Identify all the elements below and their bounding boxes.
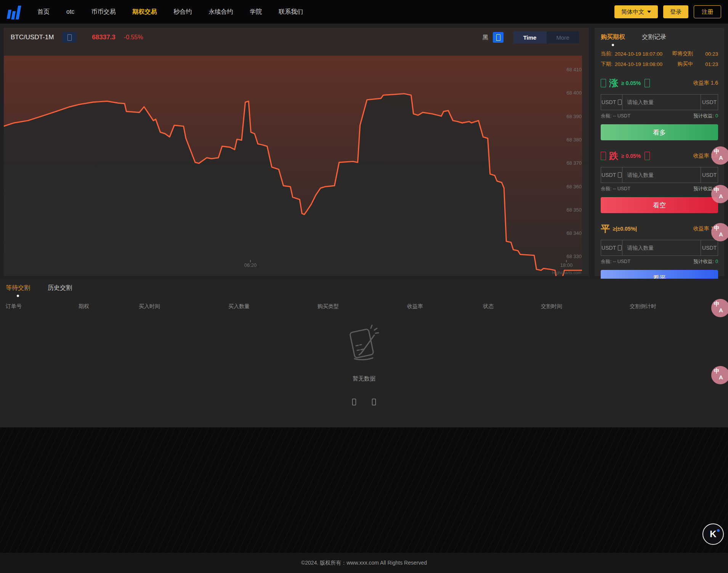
rise-condition: ≥ 0.05% xyxy=(621,80,641,86)
flat-amount-input[interactable] xyxy=(622,240,701,255)
flat-meta-row: 余额: -- USDT 预计收益:0 xyxy=(601,258,718,265)
translate-badge[interactable]: 中A xyxy=(711,185,728,203)
rise-title-text: 涨 xyxy=(609,77,618,89)
fall-meta-row: 余额: -- USDT 预计收益:0 xyxy=(601,186,718,192)
current-status: 即将交割 xyxy=(672,50,693,57)
y-axis-tick: 68 400 xyxy=(566,90,582,96)
tab-buy-options-label: 购买期权 xyxy=(601,34,625,40)
flat-currency-select[interactable]: USDT xyxy=(601,240,622,255)
current-countdown: 00:23 xyxy=(698,51,718,57)
profit-value: 0 xyxy=(715,113,718,119)
flat-section: 平 ≥|±0.05%| 收益率 1.6 USDT USDT 余额: -- USD… xyxy=(601,223,718,286)
empty-text: 暂无数据 xyxy=(0,375,728,382)
tab-pending-label: 等待交割 xyxy=(6,284,30,291)
fall-balance: 余额: -- USDT xyxy=(601,186,630,192)
chart-controls: 黑 Time More xyxy=(483,31,579,43)
fall-section: 跌 ≥ 0.05% 收益率 1.6 USDT USDT 余额: -- USDT … xyxy=(601,150,718,213)
x-axis-tick: 06:20 xyxy=(244,262,257,268)
rise-currency-select[interactable]: USDT xyxy=(601,95,622,110)
tab-delivery-records[interactable]: 交割记录 xyxy=(642,33,666,41)
next-status: 购买中 xyxy=(678,61,693,67)
nav-actions: 简体中文 登录 注册 xyxy=(614,5,721,18)
next-label: 下期: xyxy=(601,61,613,67)
col-delivery-time: 交割时间 xyxy=(541,303,562,310)
y-axis-tick: 68 350 xyxy=(566,207,582,213)
missing-glyph-icon xyxy=(645,79,650,87)
missing-glyph-icon xyxy=(601,79,606,87)
buy-fall-button[interactable]: 看空 xyxy=(601,197,718,213)
tab-pending-delivery[interactable]: 等待交割 xyxy=(6,284,30,292)
orders-tabs: 等待交割 历史交割 xyxy=(6,284,72,292)
missing-glyph-icon xyxy=(67,34,72,41)
tab-time[interactable]: Time xyxy=(513,31,546,43)
nav-item-perpetual[interactable]: 永续合约 xyxy=(208,8,233,16)
missing-glyph-icon xyxy=(601,152,606,160)
profit-label: 预计收益: xyxy=(694,113,714,119)
col-option: 期权 xyxy=(79,303,89,310)
rate-value: 1.6 xyxy=(711,80,718,86)
missing-glyph-icon xyxy=(618,172,622,178)
nav-item-options[interactable]: 期权交易 xyxy=(132,8,157,16)
language-button[interactable]: 简体中文 xyxy=(614,5,658,18)
top-nav: 首页 otc 币币交易 期权交易 秒合约 永续合约 学院 联系我们 简体中文 登… xyxy=(0,0,728,24)
pair-selector-button[interactable] xyxy=(62,32,77,43)
fall-condition: ≥ 0.05% xyxy=(621,153,641,159)
translate-badge[interactable]: 中A xyxy=(711,146,728,165)
trade-panel-tabs: 购买期权 交割记录 xyxy=(601,33,718,41)
missing-glyph-icon xyxy=(618,245,622,250)
col-status: 状态 xyxy=(483,303,494,310)
flat-title-text: 平 xyxy=(601,223,610,235)
nav-item-home[interactable]: 首页 xyxy=(37,8,50,16)
rate-label: 收益率 xyxy=(693,80,709,86)
y-axis-tick: 68 330 xyxy=(566,254,582,259)
chart-mode-segment: Time More xyxy=(513,31,579,43)
translate-badge[interactable]: 中A xyxy=(711,299,728,317)
login-button[interactable]: 登录 xyxy=(663,5,688,18)
rise-rate: 收益率 1.6 xyxy=(693,80,718,87)
register-button[interactable]: 注册 xyxy=(694,5,721,18)
fall-header: 跌 ≥ 0.05% 收益率 1.6 xyxy=(601,150,718,162)
currency-label: USDT xyxy=(601,245,616,251)
translate-badge[interactable]: 中A xyxy=(711,366,728,384)
buy-rise-button[interactable]: 看多 xyxy=(601,124,718,140)
tab-more[interactable]: More xyxy=(546,31,579,43)
chevron-down-icon xyxy=(647,11,651,13)
rise-currency-suffix: USDT xyxy=(701,95,718,110)
chat-k-icon: K xyxy=(710,529,716,539)
y-axis-tick: 68 370 xyxy=(566,160,582,166)
missing-glyph-icon xyxy=(372,399,376,405)
chart-panel: BTC/USDT-1M 68337.3 -0.55% 黑 Time More 6… xyxy=(4,28,589,276)
active-tab-dot xyxy=(612,44,614,46)
flat-input-row: USDT USDT xyxy=(601,240,718,256)
col-order-id: 订单号 xyxy=(6,303,22,310)
nav-item-academy[interactable]: 学院 xyxy=(250,8,262,16)
next-countdown: 01:23 xyxy=(698,61,718,67)
nav-item-seconds[interactable]: 秒合约 xyxy=(173,8,192,16)
current-label: 当前: xyxy=(601,50,613,57)
translate-badge[interactable]: 中A xyxy=(711,223,728,241)
theme-toggle-button[interactable] xyxy=(493,32,504,43)
empty-state: 暂无数据 xyxy=(0,321,728,382)
y-axis-tick: 68 390 xyxy=(566,114,582,119)
tab-buy-options[interactable]: 购买期权 xyxy=(601,33,625,41)
tab-history-delivery[interactable]: 历史交割 xyxy=(48,284,72,292)
no-data-icon xyxy=(339,321,389,368)
fall-amount-input[interactable] xyxy=(622,167,701,183)
nav-item-otc[interactable]: otc xyxy=(66,8,74,15)
chat-widget-button[interactable]: K xyxy=(702,523,724,545)
rise-amount-input[interactable] xyxy=(622,95,701,110)
rate-label: 收益率 xyxy=(693,225,709,231)
chart-area-fill xyxy=(4,56,582,276)
fall-currency-select[interactable]: USDT xyxy=(601,167,622,183)
price-plot[interactable] xyxy=(4,56,582,276)
next-page-button[interactable] xyxy=(370,397,378,407)
missing-glyph-icon xyxy=(618,100,622,105)
profit-value: 0 xyxy=(715,259,718,264)
nav-item-spot[interactable]: 币币交易 xyxy=(91,8,115,16)
col-buy-type: 购买类型 xyxy=(317,303,339,310)
fall-input-row: USDT USDT xyxy=(601,167,718,183)
y-axis-tick: 68 340 xyxy=(566,230,582,236)
prev-page-button[interactable] xyxy=(350,397,358,407)
nav-item-contact[interactable]: 联系我们 xyxy=(279,8,303,16)
chart-header: BTC/USDT-1M 68337.3 -0.55% 黑 Time More xyxy=(4,28,589,47)
